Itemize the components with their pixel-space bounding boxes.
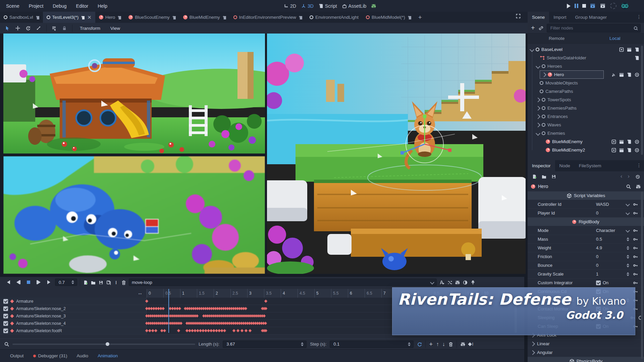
stepper-icon[interactable] [627,246,629,250]
timeline-pan-icon[interactable]: ↔ [138,290,143,296]
tree-row-hero[interactable]: Hero [528,70,644,79]
track-enabled-checkbox[interactable] [3,321,8,326]
viewport-top-left[interactable] [3,34,265,154]
keyframe[interactable] [236,329,239,333]
scene-tab-bluemidmodel[interactable]: BlueMidModel(*) [362,12,415,23]
viewport-bottom-left[interactable] [3,156,265,274]
clapper-icon[interactable] [619,139,624,144]
viewport-right[interactable] [267,34,526,274]
new-animation-icon[interactable] [83,280,88,285]
pin-panel-icon[interactable] [470,280,475,285]
keyframe[interactable] [148,329,151,333]
script-icon[interactable] [627,72,632,77]
length-field[interactable] [223,341,307,348]
anim-play-button[interactable] [45,279,52,286]
property-tools-icon[interactable] [636,184,641,189]
workspace-2d-button[interactable]: 2D [283,3,296,9]
length-input[interactable] [226,341,294,347]
close-tab-icon[interactable]: ✕ [87,14,92,20]
keyframe[interactable] [151,329,154,333]
tree-row-enemiespaths[interactable]: EnemiesPaths [528,104,644,112]
key-icon[interactable] [633,228,638,233]
key-icon[interactable] [633,280,638,285]
scene-tab-bluescoutenemy[interactable]: BlueScoutEnemy [125,12,179,23]
script-icon[interactable] [634,55,639,60]
animation-tools-icon[interactable] [455,280,460,285]
move-track-down-button[interactable]: ↓ [442,341,445,347]
visibility-icon[interactable] [634,147,639,153]
tree-row-camerapaths[interactable]: CameraPaths [528,87,644,96]
visibility-icon[interactable] [634,72,639,77]
fold-angular[interactable]: Angular [528,348,644,357]
track-enabled-checkbox[interactable] [3,299,8,304]
keyframe[interactable] [154,329,157,333]
key-icon[interactable] [633,272,638,277]
tree-row-waves[interactable]: Waves [528,121,644,129]
stop-button[interactable] [582,4,586,8]
play-backwards-button[interactable] [15,279,22,286]
anim-stop-button[interactable] [25,279,32,286]
tab-group-manager[interactable]: Group Manager [571,12,611,23]
menu-editor[interactable]: Editor [71,0,93,12]
checkbox-checked[interactable] [596,281,601,285]
keyframe[interactable] [264,300,267,303]
tree-row-towerspots[interactable]: TowerSpots [528,96,644,104]
tree-row-movableobjects[interactable]: MovableObjects [528,79,644,87]
prop-gravity-scale[interactable]: Gravity Scale1 [528,270,644,279]
play-scene-button[interactable] [590,3,596,9]
keyframe[interactable] [177,329,180,333]
section-physicsbody[interactable]: PhysicsBody [528,357,644,362]
section-script-variables[interactable]: Script Variables [528,191,644,200]
animation-name-dropdown[interactable]: move-loop [129,279,437,286]
prop-mode[interactable]: ModeCharacter [528,226,644,235]
script-icon[interactable] [627,139,632,144]
key-icon[interactable] [633,263,638,268]
menu-project[interactable]: Project [24,0,48,12]
menu-debug[interactable]: Debug [48,0,71,12]
stepper-icon[interactable] [627,237,629,241]
stepper-icon[interactable] [627,255,629,259]
keyframe[interactable] [248,329,252,333]
tab-import[interactable]: Import [549,12,571,23]
chevron-down-icon[interactable] [626,211,630,215]
delete-animation-icon[interactable] [121,280,126,285]
pause-button[interactable] [575,4,578,8]
insert-key-icon[interactable]: I [469,342,473,347]
scene-tab-bluemidenemy[interactable]: BlueMidEnemy [179,12,230,23]
chevron-down-icon[interactable] [626,202,630,206]
tab-filesystem[interactable]: FileSystem [575,160,606,171]
play-button[interactable] [567,4,571,8]
instance-scene-icon[interactable] [538,25,543,31]
move-track-up-button[interactable]: ↑ [436,341,439,347]
editable-children-icon[interactable] [611,139,616,144]
lock-selected-icon[interactable] [62,25,67,31]
scene-tree-scrollbar[interactable] [641,46,643,155]
tree-row-entrances[interactable]: Entrances [528,112,644,121]
history-back-icon[interactable]: ‹ [621,173,623,180]
keyframe[interactable] [240,329,244,333]
fold-linear[interactable]: Linear [528,340,644,348]
anim-position-input[interactable] [58,280,71,285]
local-button[interactable]: Local [586,34,644,43]
remove-track-icon[interactable] [448,342,453,347]
dock-menu-icon[interactable]: ⋮ [637,14,641,19]
debugger-panel-button[interactable]: Debugger (31) [30,353,71,358]
tree-row-enemies[interactable]: Enemies [528,129,644,137]
keyframe[interactable] [161,307,165,310]
prop-controller-id[interactable]: Controller IdWASD [528,200,644,209]
keyframe[interactable] [232,329,235,333]
clapper-icon[interactable] [627,47,632,52]
stepper-icon[interactable] [627,263,629,267]
save-resource-icon[interactable] [551,174,556,179]
scene-tab-hero[interactable]: Hero [95,12,125,23]
transform-menu[interactable]: Transform [77,26,103,31]
prop-friction[interactable]: Friction0 [528,252,644,261]
track-enabled-checkbox[interactable] [3,328,8,333]
expand-icon[interactable] [536,97,540,102]
select-tool-icon[interactable] [5,25,10,31]
view-menu[interactable]: View [108,26,123,31]
step-input[interactable] [333,341,401,347]
loop-toggle-icon[interactable] [417,342,422,347]
clapper-icon[interactable] [619,72,624,77]
menu-scene[interactable]: Scene [1,0,24,12]
